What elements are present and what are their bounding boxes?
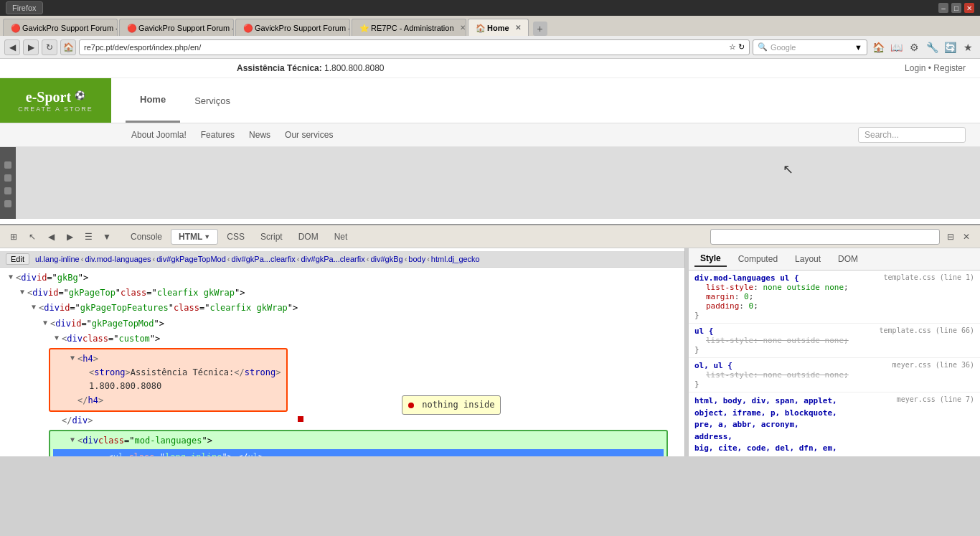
new-tab-button[interactable]: +: [533, 22, 547, 36]
forward-button[interactable]: ▶: [23, 39, 39, 55]
sec-nav-ourservices[interactable]: Our services: [279, 128, 339, 141]
devtools-forward-icon[interactable]: ▶: [62, 229, 77, 245]
rule-source-2[interactable]: template.css (line 66): [880, 326, 974, 336]
site-container: Assistência Técnica: 1.800.800.8080 Logi…: [0, 59, 980, 224]
site-top-bar: Assistência Técnica: 1.800.800.8080 Logi…: [0, 59, 980, 78]
tree-line-gkpagetopmid[interactable]: ▼ <div id="gkPageTopMod">: [6, 316, 682, 332]
breadcrumb-sep-4: ‹: [297, 255, 300, 263]
tab-favicon-5: 🏠: [476, 24, 484, 32]
tree-line-gkpagetop[interactable]: ▼ <div id="gkPageTop" class="clearfix gk…: [6, 286, 682, 301]
tree-line-gkpagetopfeatures[interactable]: ▼ <div id="gkPageTopFeatures" class="cle…: [6, 301, 682, 316]
breadcrumb-div-topmod[interactable]: div#gkPageTopMod: [156, 255, 226, 263]
style-tab-computed[interactable]: Computed: [732, 252, 783, 266]
devtools-search-area: ⊟ ✕: [357, 229, 974, 245]
expand-gkpagetop[interactable]: ▼: [17, 286, 27, 298]
site-logo: e-Sport ⚽ CREATE A STORE: [0, 78, 111, 123]
login-link[interactable]: Login: [905, 63, 925, 73]
style-tab-dom[interactable]: DOM: [832, 252, 864, 266]
devtools-pointer-icon[interactable]: ↖: [24, 229, 40, 245]
mod-languages-box[interactable]: ▼ <div class="mod-languages"> <ul class=…: [49, 430, 668, 456]
firefox-button[interactable]: Firefox: [6, 1, 43, 14]
devtools-menu-icon[interactable]: ☰: [80, 229, 96, 245]
tab-gavick2[interactable]: 🔴 GavickPro Support Forum - top... ✕: [119, 19, 234, 36]
minimize-button[interactable]: –: [938, 3, 948, 13]
h4-highlight-box[interactable]: ▼ <h4> <strong> Assistência Técnica: </s…: [49, 348, 288, 412]
extra-icon[interactable]: ★: [960, 39, 976, 55]
tab-re7pc[interactable]: ⭐ RE7PC - Administration ✕: [352, 19, 466, 36]
sync-icon[interactable]: 🔄: [942, 39, 958, 55]
home-nav-button[interactable]: 🏠: [60, 39, 76, 55]
breadcrumb-div-mod[interactable]: div.mod-languages: [85, 255, 151, 263]
home-toolbar-icon[interactable]: 🏠: [870, 39, 886, 55]
tab-close-5[interactable]: ✕: [515, 24, 521, 32]
expand-mod-languages[interactable]: ▼: [67, 434, 77, 446]
tree-line-gkbg[interactable]: ▼ <div id="gkBg">: [6, 271, 682, 286]
close-button[interactable]: ✕: [964, 3, 974, 13]
nav-link-services[interactable]: Serviços: [180, 78, 245, 123]
tree-line-strong[interactable]: <strong> Assistência Técnica: </strong>: [56, 366, 281, 380]
sidebar-circle-4: [4, 200, 11, 207]
nav-link-home[interactable]: Home: [126, 78, 180, 123]
devtools-tab-html[interactable]: HTML ▼: [171, 229, 218, 245]
bookmark-icon[interactable]: 📖: [888, 39, 904, 55]
devtools-tab-css[interactable]: CSS: [220, 230, 252, 244]
tree-line-mod-languages[interactable]: ▼ <div class="mod-languages">: [56, 434, 661, 448]
style-tab-style[interactable]: Style: [694, 251, 727, 267]
tree-line-custom[interactable]: ▼ <div class="custom">: [6, 332, 682, 347]
tree-line-h4-close[interactable]: </h4>: [56, 394, 281, 408]
style-tab-layout[interactable]: Layout: [789, 252, 826, 266]
panel-resize-handle[interactable]: [684, 248, 688, 456]
devtools-tab-console[interactable]: Console: [123, 230, 169, 244]
breadcrumb-ul[interactable]: ul.lang-inline: [35, 255, 80, 263]
expand-custom[interactable]: ▼: [52, 332, 62, 344]
breadcrumb-div-clearfix2[interactable]: div#gkPa...clearfix: [301, 255, 364, 263]
maximize-button[interactable]: □: [951, 3, 961, 13]
rule-source-3[interactable]: meyer.css (line 36): [892, 361, 974, 370]
devtools-down-icon[interactable]: ▼: [99, 229, 115, 245]
tab-label-2: GavickPro Support Forum - top...: [138, 24, 234, 32]
tab-gavick1[interactable]: 🔴 GavickPro Support Forum - Yo... ✕: [3, 19, 118, 36]
expand-features[interactable]: ▼: [29, 301, 39, 313]
search-dropdown-icon[interactable]: ▼: [854, 43, 862, 52]
devtools-inspect-icon[interactable]: ⊞: [6, 229, 22, 245]
expand-h4[interactable]: ▼: [67, 352, 77, 364]
tab-gavick3[interactable]: 🔴 GavickPro Support Forum - Use... ✕: [235, 19, 350, 36]
devtools-search-input[interactable]: [710, 229, 940, 245]
breadcrumb-div-clearfix1[interactable]: div#gkPa...clearfix: [232, 255, 296, 263]
expand-topmod[interactable]: ▼: [40, 317, 50, 329]
tab-close-4[interactable]: ✕: [460, 24, 466, 32]
website-area: Assistência Técnica: 1.800.800.8080 Logi…: [0, 59, 980, 224]
sec-nav-features[interactable]: Features: [195, 128, 240, 141]
tab-home[interactable]: 🏠 Home ✕: [468, 19, 529, 36]
tools-icon[interactable]: ⚙: [906, 39, 922, 55]
tree-line-phone-text[interactable]: 1.800.800.8080: [56, 380, 281, 393]
devtools-tab-net[interactable]: Net: [327, 230, 355, 244]
sec-nav-about[interactable]: About Joomla!: [126, 128, 192, 141]
rule-source-1[interactable]: template.css (line 1): [884, 273, 974, 283]
tree-line-ul-highlight[interactable]: <ul class="lang-inline"> </ul>: [53, 449, 664, 456]
devtools-tab-dom[interactable]: DOM: [291, 230, 326, 244]
breadcrumb-body[interactable]: body: [408, 255, 425, 263]
addon-icon[interactable]: 🔧: [924, 39, 940, 55]
devtools-back-icon[interactable]: ◀: [43, 229, 59, 245]
tree-line-close-custom[interactable]: </div>: [6, 413, 682, 428]
devtools-tab-script[interactable]: Script: [253, 230, 290, 244]
address-bar[interactable]: re7pc.pt/dev/esport/index.php/en/ ☆ ↻: [79, 39, 750, 55]
expand-gkbg[interactable]: ▼: [6, 271, 16, 283]
devtools-close-icon[interactable]: ✕: [958, 229, 974, 245]
sec-nav-news[interactable]: News: [243, 128, 276, 141]
rule-source-4[interactable]: meyer.css (line 7): [897, 395, 974, 456]
search-bar[interactable]: 🔍 Google ▼: [753, 39, 867, 55]
devtools-resize-icon[interactable]: ⊟: [943, 229, 958, 245]
site-search-box[interactable]: Search...: [858, 127, 966, 143]
breadcrumb-div-gkbg[interactable]: div#gkBg: [370, 255, 402, 263]
register-link[interactable]: Register: [933, 63, 966, 73]
reload-button[interactable]: ↻: [42, 39, 57, 55]
refresh-icon[interactable]: ↻: [738, 42, 745, 52]
breadcrumb-html[interactable]: html.dj_gecko: [431, 255, 480, 263]
back-button[interactable]: ◀: [4, 39, 20, 55]
bookmark-star-icon[interactable]: ☆: [729, 42, 736, 52]
edit-button[interactable]: Edit: [6, 253, 29, 265]
tree-line-h4-open[interactable]: ▼ <h4>: [56, 352, 281, 366]
rule-selector-1: div.mod-languages ul {: [694, 273, 799, 283]
